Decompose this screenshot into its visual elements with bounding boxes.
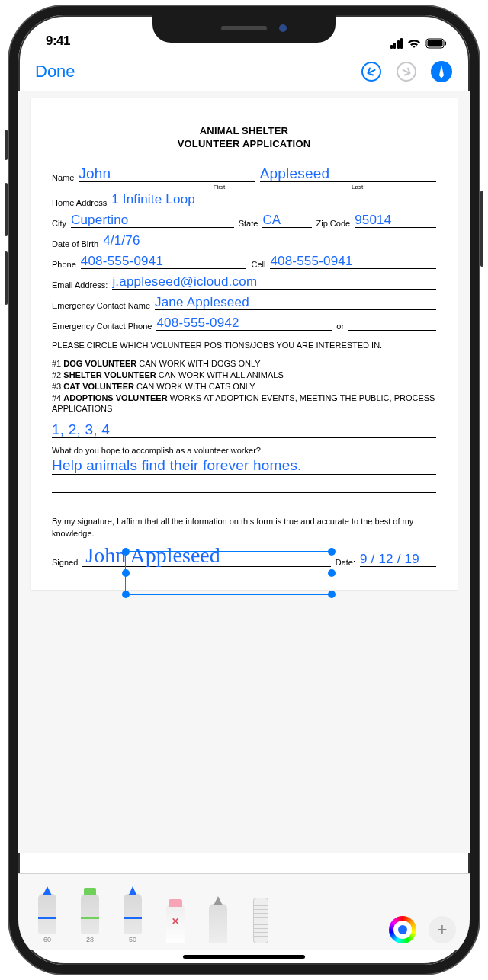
silence-switch[interactable] [5, 130, 8, 160]
label-signed: Signed [52, 558, 78, 567]
pen-tool[interactable]: 60 [32, 882, 63, 943]
pencil-size-label: 50 [129, 936, 136, 943]
power-button[interactable] [480, 191, 483, 267]
field-zip: 95014 [355, 213, 391, 227]
label-city: City [52, 219, 66, 228]
affirmation-text: By my signature, I affirm that all the i… [52, 516, 436, 540]
add-annotation-button[interactable]: + [429, 916, 456, 943]
selection-handle-bl[interactable] [122, 591, 130, 598]
highlighter-size-label: 28 [86, 936, 94, 943]
label-phone: Phone [52, 260, 76, 269]
label-zip: Zip Code [316, 219, 351, 228]
notch [152, 15, 336, 43]
field-last-name: Appleseed [260, 166, 330, 181]
volume-up-button[interactable] [5, 183, 8, 236]
status-time: 9:41 [46, 34, 70, 49]
highlighter-tool[interactable]: 28 [75, 882, 105, 943]
section-instructions: PLEASE CIRCLE WHICH VOLUNTEER POSITIONS/… [52, 340, 436, 351]
wifi-icon [407, 38, 421, 49]
markup-toolbar: 60 28 50 ✕ + [18, 873, 470, 950]
selection-handle-ml[interactable] [122, 569, 130, 577]
field-dob: 4/1/76 [103, 234, 140, 248]
label-email: Email Address: [52, 280, 108, 290]
markup-tool-button[interactable] [430, 60, 453, 83]
field-email: j.appleseed@icloud.com [112, 275, 257, 289]
front-camera [279, 24, 287, 32]
phone-frame: 9:41 Done [9, 6, 479, 974]
nav-bar: Done [18, 52, 470, 91]
sublabel-last: Last [352, 184, 363, 191]
document-title: ANIMAL SHELTER VOLUNTEER APPLICATION [52, 125, 436, 151]
label-state: State [239, 219, 258, 228]
selection-handle-tr[interactable] [328, 548, 336, 556]
field-first-name: John [79, 166, 111, 181]
svg-rect-2 [445, 42, 446, 46]
pen-size-label: 60 [43, 936, 51, 943]
field-emergency-name: Jane Appleseed [155, 296, 249, 309]
home-indicator[interactable] [183, 955, 305, 959]
lasso-tool[interactable] [203, 882, 233, 943]
selection-handle-tl[interactable] [122, 548, 130, 556]
field-sign-date: 9 / 12 / 19 [360, 552, 419, 566]
cellular-signal-icon [390, 38, 403, 49]
label-dob: Date of Birth [52, 239, 98, 248]
field-phone: 408-555-0941 [81, 255, 163, 268]
field-emergency-phone: 408-555-0942 [156, 316, 239, 330]
color-picker[interactable] [389, 916, 416, 943]
label-emergency-phone: Emergency Contact Phone [52, 322, 152, 331]
field-cell: 408-555-0941 [270, 255, 352, 268]
field-state: CA [262, 213, 281, 227]
selection-handle-mr[interactable] [328, 569, 336, 577]
sublabel-first: First [214, 184, 226, 191]
svg-rect-1 [428, 40, 443, 47]
done-button[interactable]: Done [35, 62, 75, 82]
field-address: 1 Infinite Loop [111, 193, 195, 207]
label-address: Home Address [52, 198, 107, 207]
battery-icon [425, 38, 447, 49]
ruler-tool[interactable] [246, 882, 276, 943]
eraser-tool[interactable]: ✕ [160, 882, 191, 943]
selection-handle-br[interactable] [328, 591, 336, 598]
empty-line [52, 482, 436, 493]
pencil-tool[interactable]: 50 [117, 882, 148, 943]
document-page: ANIMAL SHELTER VOLUNTEER APPLICATION Nam… [30, 98, 458, 590]
speaker [221, 26, 267, 30]
redo-button[interactable] [395, 60, 418, 83]
question-goal: What do you hope to accomplish as a volu… [52, 446, 436, 455]
selection-box[interactable] [125, 551, 332, 595]
selected-color-icon [398, 925, 407, 934]
positions-list: #1 DOG VOLUNTEER CAN WORK WITH DOGS ONLY… [52, 358, 436, 415]
label-date: Date: [336, 558, 355, 567]
label-or: or [336, 322, 344, 331]
field-city: Cupertino [71, 213, 129, 227]
field-goal: Help animals find their forever homes. [52, 458, 302, 473]
undo-button[interactable] [360, 60, 383, 83]
document-canvas[interactable]: ANIMAL SHELTER VOLUNTEER APPLICATION Nam… [18, 91, 470, 853]
label-emergency-name: Emergency Contact Name [52, 301, 150, 310]
label-cell: Cell [251, 260, 265, 269]
volume-down-button[interactable] [5, 251, 8, 305]
field-positions-answer: 1, 2, 3, 4 [52, 422, 110, 437]
label-name: Name [52, 173, 74, 182]
